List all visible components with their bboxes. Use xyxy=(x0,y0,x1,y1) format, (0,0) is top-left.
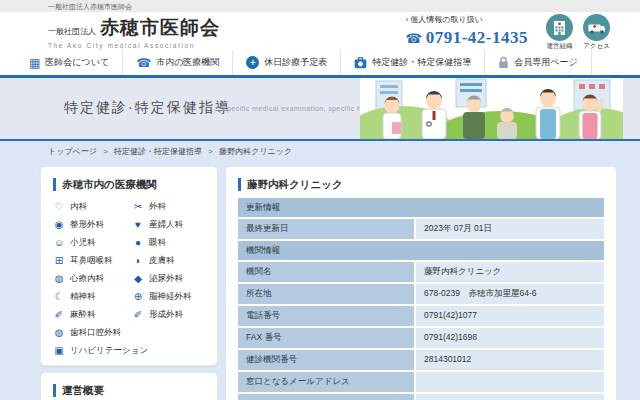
phone-icon: ☎ xyxy=(136,57,151,69)
header-contact: ›個人情報の取り扱い ☎ 0791-42-1435 xyxy=(405,14,528,48)
phone-number: 0791-42-1435 xyxy=(426,28,528,48)
dept-item-ophthalmology[interactable]: ●眼科 xyxy=(132,234,211,252)
nav-item-about[interactable]: ▦ 医師会について xyxy=(16,50,122,75)
privacy-link[interactable]: ›個人情報の取り扱い xyxy=(405,14,528,25)
privacy-link-label: 個人情報の取り扱い xyxy=(410,15,483,24)
nav-item-members-page[interactable]: 会員専用ページ xyxy=(484,50,590,75)
table-row: 機関名 藤野内科クリニック xyxy=(238,262,604,282)
dept-label: 歯科口腔外科 xyxy=(70,327,121,339)
site-header: 一般社団法人 赤穂市医師会 The Ako City medical Assoc… xyxy=(0,12,640,50)
row-value: 2023年 07月 01日 xyxy=(416,219,604,239)
row-label: ホームページ xyxy=(238,394,414,400)
dept-item-ent[interactable]: ⊞耳鼻咽喉科 xyxy=(53,252,132,270)
row-label: 電話番号 xyxy=(238,306,414,326)
cross-circle-icon: ＋ xyxy=(246,56,259,69)
urology-ribbon-icon: ◆ xyxy=(132,274,144,284)
row-label: 窓口となるメールアドレス xyxy=(238,372,414,392)
breadcrumb-separator: > xyxy=(103,147,108,156)
dept-item-anesthesiology[interactable]: ✐麻酔科 xyxy=(53,306,132,324)
row-label: 最終更新日 xyxy=(238,219,414,239)
hospital-building-icon: ▦ xyxy=(29,57,40,69)
sidebar-title: 赤穂市内の医療機関 xyxy=(53,178,205,191)
dept-label: 泌尿外科 xyxy=(149,273,183,285)
first-aid-kit-icon xyxy=(354,57,367,69)
org-name-en: The Ako City medical Association xyxy=(48,42,220,49)
department-list: ♡内科 ✂外科 ◉整形外科 ♥産婦人科 ☺小児科 ●眼科 ⊞耳鼻咽喉科 ◗皮膚科… xyxy=(41,198,217,360)
dept-label: 麻酔科 xyxy=(70,309,96,321)
ent-icon: ⊞ xyxy=(53,256,65,266)
dept-label: 眼科 xyxy=(149,237,166,249)
row-value: 0791(42)1077 xyxy=(416,306,604,326)
child-icon: ☺ xyxy=(53,238,65,248)
breadcrumb: トップページ > 特定健診・特定保健指導 > 藤野内科クリニック xyxy=(48,146,292,157)
dept-item-psychosomatic[interactable]: ◍心療内科 xyxy=(53,270,132,288)
grid-spacer xyxy=(132,324,211,342)
top-strip-note: 一般社団法人赤穂市医師会 xyxy=(48,3,132,10)
dept-item-dental-oral-surgery[interactable]: ◍歯科口腔外科 xyxy=(53,324,132,342)
dept-label: 心療内科 xyxy=(70,273,104,285)
dept-item-obstetrics[interactable]: ♥産婦人科 xyxy=(132,216,211,234)
table-row: FAX 番号 0791(42)1698 xyxy=(238,328,604,348)
breadcrumb-checkup[interactable]: 特定健診・特定保健指導 xyxy=(114,147,202,156)
quick-link-access[interactable]: アクセス xyxy=(583,14,610,51)
dept-item-plastic-surgery[interactable]: ✐形成外科 xyxy=(132,306,211,324)
table-row: 所在地 678-0239 赤穂市加里屋64-6 xyxy=(238,284,604,304)
dept-item-internal-medicine[interactable]: ♡内科 xyxy=(53,198,132,216)
row-value: 藤野内科クリニック xyxy=(416,262,604,282)
nav-item-health-checkup[interactable]: 特定健診・特定保健指導 xyxy=(340,50,484,75)
eye-drop-icon: ● xyxy=(132,238,144,248)
phone-icon: ☎ xyxy=(405,31,421,46)
sidebar-medical-institutions: 赤穂市内の医療機関 ♡内科 ✂外科 ◉整形外科 ♥産婦人科 ☺小児科 ●眼科 ⊞… xyxy=(40,166,218,366)
joint-icon: ◉ xyxy=(53,220,65,230)
breadcrumb-home[interactable]: トップページ xyxy=(48,147,97,156)
header-quick-links: 運営組織 アクセス xyxy=(546,14,610,51)
dept-label: 産婦人科 xyxy=(149,219,183,231)
dept-label: 耳鼻咽喉科 xyxy=(70,255,113,267)
dept-label: 精神科 xyxy=(70,291,96,303)
hospital-building-icon xyxy=(546,14,573,41)
quick-link-organization[interactable]: 運営組織 xyxy=(546,14,573,51)
psychosomatic-icon: ◍ xyxy=(53,274,65,284)
nav-item-label: 休日診療予定表 xyxy=(264,56,327,69)
dept-item-urology[interactable]: ◆泌尿外科 xyxy=(132,270,211,288)
breadcrumb-current: 藤野内科クリニック xyxy=(219,147,292,156)
row-value xyxy=(416,372,604,392)
dept-label: 小児科 xyxy=(70,237,96,249)
dept-item-orthopedics[interactable]: ◉整形外科 xyxy=(53,216,132,234)
table-section-header: 更新情報 xyxy=(238,198,604,217)
nav-item-label: 市内の医療機関 xyxy=(156,56,219,69)
dept-item-pediatrics[interactable]: ☺小児科 xyxy=(53,234,132,252)
table-row: 電話番号 0791(42)1077 xyxy=(238,306,604,326)
tooth-icon: ◍ xyxy=(53,328,65,338)
ambulance-icon xyxy=(583,14,610,41)
breadcrumb-separator: > xyxy=(208,147,213,156)
nav-item-medical-institutions[interactable]: ☎ 市内の医療機関 xyxy=(122,50,232,75)
org-prefix: 一般社団法人 xyxy=(48,26,96,37)
row-value: 0791(42)1698 xyxy=(416,328,604,348)
row-label: FAX 番号 xyxy=(238,328,414,348)
rehabilitation-icon: ▣ xyxy=(53,346,65,356)
neurosurgery-icon: ⊕ xyxy=(132,292,144,302)
syringe-icon: ✐ xyxy=(132,310,144,320)
nav-item-holiday-schedule[interactable]: ＋ 休日診療予定表 xyxy=(232,50,340,75)
dept-item-neurosurgery[interactable]: ⊕脳神経外科 xyxy=(132,288,211,306)
site-logo[interactable]: 一般社団法人 赤穂市医師会 The Ako City medical Assoc… xyxy=(48,15,220,49)
org-name: 赤穂市医師会 xyxy=(100,15,220,41)
sidebar-operation-overview: 運営概要 xyxy=(40,372,218,400)
row-label: 所在地 xyxy=(238,284,414,304)
nav-item-label: 医師会について xyxy=(45,56,109,69)
page-title: 藤野内科クリニック xyxy=(238,178,604,191)
dept-item-psychiatry[interactable]: ☾精神科 xyxy=(53,288,132,306)
dept-item-dermatology[interactable]: ◗皮膚科 xyxy=(132,252,211,270)
dept-label: リハビリテーション xyxy=(70,345,148,357)
dept-item-surgery[interactable]: ✂外科 xyxy=(132,198,211,216)
table-row: 健診機関番号 2814301012 xyxy=(238,350,604,370)
dept-item-rehabilitation[interactable]: ▣リハビリテーション xyxy=(53,342,211,360)
top-strip: 一般社団法人赤穂市医師会 xyxy=(0,0,640,12)
phone-link[interactable]: ☎ 0791-42-1435 xyxy=(405,28,528,48)
table-row: ホームページ xyxy=(238,394,604,400)
nav-item-label: 特定健診・特定保健指導 xyxy=(372,56,471,69)
dept-label: 外科 xyxy=(149,201,166,213)
sidebar-section2-title: 運営概要 xyxy=(53,384,205,397)
dept-label: 皮膚科 xyxy=(149,255,175,267)
